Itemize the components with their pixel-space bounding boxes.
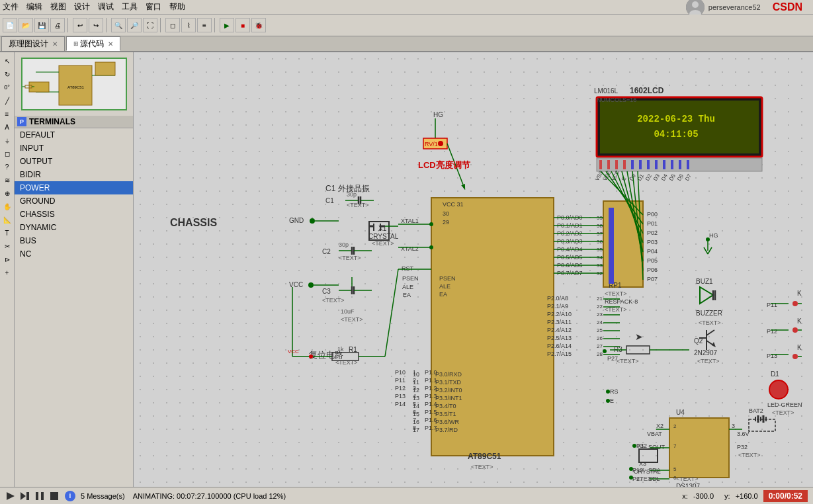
menu-file[interactable]: 文件 (3, 1, 19, 13)
svg-text:1k: 1k (337, 346, 344, 353)
svg-text:<TEXT>: <TEXT> (699, 319, 721, 326)
menu-design[interactable]: 设计 (74, 1, 90, 13)
tab-schematic-close[interactable]: ✕ (52, 40, 58, 48)
svg-point-290 (629, 467, 633, 471)
redo-icon[interactable]: ↪ (89, 18, 103, 32)
stop-button[interactable] (49, 491, 60, 501)
fit-icon[interactable]: ⛶ (143, 18, 157, 32)
rotate-tool[interactable]: ↻ (1, 68, 13, 80)
svg-text:<TEXT>: <TEXT> (697, 358, 720, 364)
svg-text:<TEXT>: <TEXT> (605, 290, 627, 297)
sep3 (160, 18, 163, 32)
svg-text:30p: 30p (339, 241, 349, 248)
svg-rect-27 (647, 160, 650, 169)
svg-text:P2.4/A12: P2.4/A12 (547, 327, 572, 333)
component-place[interactable]: ◻ (1, 147, 13, 159)
sep1 (67, 18, 70, 32)
svg-text:X3: X3 (639, 460, 646, 467)
svg-text:ALE: ALE (439, 283, 450, 290)
menu-view[interactable]: 视图 (50, 1, 66, 13)
tab-source[interactable]: ⊞ 源代码 ✕ (66, 36, 120, 51)
menu-debug[interactable]: 调试 (98, 1, 114, 13)
terminal-chassis[interactable]: CHASSIS (15, 208, 133, 221)
terminal-bidir[interactable]: BIDIR (15, 168, 133, 181)
probe-tool[interactable]: ⊳ (1, 253, 13, 265)
zoom-tool[interactable]: ⊕ (1, 187, 13, 199)
play-button[interactable] (5, 491, 16, 501)
print-icon[interactable]: 🖨 (50, 18, 65, 32)
svg-text:14: 14 (413, 403, 419, 409)
menu-window[interactable]: 窗口 (146, 1, 161, 13)
svg-text:2022-06-23 Thu: 2022-06-23 Thu (637, 114, 715, 124)
text-tool[interactable]: T (1, 227, 13, 239)
wire-tool[interactable]: ╱ (1, 95, 13, 106)
svg-text:LCD亮度调节: LCD亮度调节 (418, 160, 471, 170)
svg-text:P11: P11 (767, 302, 777, 308)
wire-icon[interactable]: ⌇ (181, 18, 196, 32)
svg-rect-30 (671, 160, 673, 169)
tab-source-icon: ⊞ (73, 40, 79, 47)
svg-text:P3.1/TXD: P3.1/TXD (435, 379, 462, 386)
open-icon[interactable]: 📂 (19, 18, 33, 32)
zoom-out-icon[interactable]: 🔎 (127, 18, 142, 32)
svg-text:P2.1/A9: P2.1/A9 (547, 303, 568, 310)
user-avatar[interactable] (686, 0, 705, 17)
terminal-input[interactable]: INPUT (15, 142, 133, 155)
annotate-tool[interactable]: ? (1, 161, 13, 173)
svg-rect-26 (639, 160, 642, 169)
stop-icon[interactable]: ■ (235, 18, 250, 32)
pan-tool[interactable]: ✋ (1, 200, 13, 212)
bus-tool[interactable]: ≡ (1, 108, 13, 120)
netlist-tool[interactable]: ≋ (1, 174, 13, 186)
status-controls (5, 491, 60, 501)
terminal-nc[interactable]: NC (15, 247, 133, 261)
bus-icon[interactable]: ≡ (197, 18, 212, 32)
label-tool[interactable]: A (1, 121, 13, 133)
svg-text:P2.7/A15: P2.7/A15 (547, 351, 572, 357)
terminal-output[interactable]: OUTPUT (15, 155, 133, 168)
svg-rect-17 (600, 101, 759, 153)
terminal-bus[interactable]: BUS (15, 234, 133, 247)
terminal-dynamic[interactable]: DYNAMIC (15, 221, 133, 234)
schematic-view[interactable]: 2022-06-23 Thu 04:11:05 LM016L (134, 52, 813, 487)
menu-help[interactable]: 帮助 (169, 1, 185, 13)
debug-icon[interactable]: 🐞 (251, 18, 266, 32)
svg-text:6: 6 (673, 475, 677, 481)
menu-edit[interactable]: 编辑 (26, 1, 42, 13)
component-icon[interactable]: ◻ (165, 18, 180, 32)
power-tool[interactable]: ⏚ (1, 134, 13, 146)
svg-text:X2: X2 (656, 423, 663, 429)
schematic-preview[interactable]: AT89C51 (21, 58, 127, 110)
svg-text:<TEXT>: <TEXT> (322, 297, 345, 304)
terminal-ground[interactable]: GROUND (15, 194, 133, 208)
tab-source-close[interactable]: ✕ (108, 40, 113, 48)
tab-schematic[interactable]: 原理图设计 ✕ (1, 36, 65, 51)
save-icon[interactable]: 💾 (34, 18, 49, 32)
svg-text:<TEXT>: <TEXT> (676, 476, 699, 482)
terminal-default[interactable]: DEFAULT (15, 128, 133, 142)
select-tool[interactable]: ↖ (1, 55, 13, 67)
delete-tool[interactable]: ✂ (1, 240, 13, 252)
svg-point-109 (309, 355, 313, 358)
measure-tool[interactable]: 📐 (1, 214, 13, 226)
zoom-in-icon[interactable]: 🔍 (111, 18, 126, 32)
svg-text:29: 29 (443, 219, 449, 226)
new-icon[interactable]: 📄 (3, 18, 17, 32)
svg-rect-23 (615, 160, 618, 169)
pause-button[interactable] (34, 491, 45, 501)
svg-rect-8 (95, 62, 115, 75)
svg-text:P10: P10 (395, 369, 406, 376)
svg-text:3: 3 (732, 423, 735, 429)
svg-point-285 (632, 444, 636, 448)
mark-tool[interactable]: + (1, 267, 13, 278)
svg-point-314 (606, 399, 610, 403)
svg-text:C2: C2 (322, 248, 331, 255)
run-icon[interactable]: ▶ (220, 18, 234, 32)
undo-icon[interactable]: ↩ (73, 18, 87, 32)
menu-tools[interactable]: 工具 (122, 1, 138, 13)
svg-text:LM016L: LM016L (594, 87, 619, 95)
svg-text:DS1307: DS1307 (676, 483, 701, 487)
step-forward-button[interactable] (20, 491, 30, 501)
canvas-area[interactable]: 2022-06-23 Thu 04:11:05 LM016L (134, 52, 813, 487)
terminal-power[interactable]: POWER (15, 181, 133, 194)
